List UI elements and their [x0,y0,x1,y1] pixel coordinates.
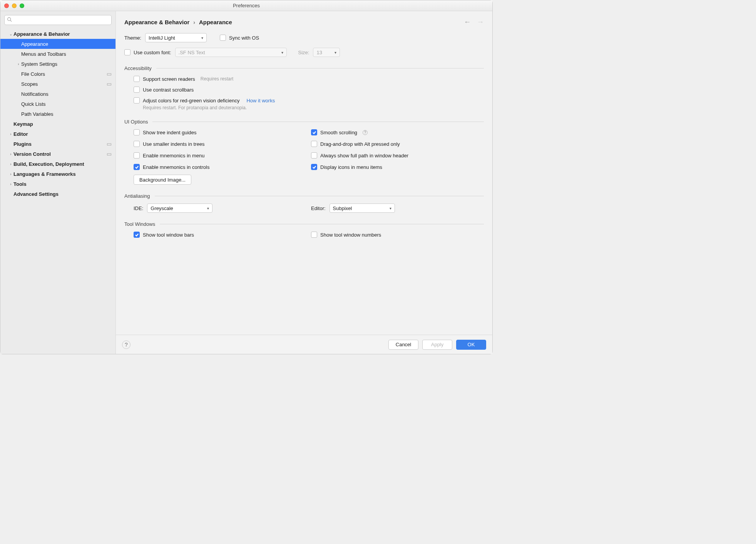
close-window-button[interactable] [4,3,9,8]
sidebar-item[interactable]: Keymap [0,119,115,129]
sidebar-item[interactable]: ›Languages & Frameworks [0,169,115,179]
label: Show tree indent guides [143,130,196,135]
sidebar-item[interactable]: ›Editor [0,129,115,139]
sidebar-item-label: Languages & Frameworks [13,171,76,177]
custom-font-size-select[interactable]: 13 ▾ [313,48,340,57]
sidebar-item[interactable]: Appearance [0,39,115,49]
chevron-right-icon: › [8,162,13,166]
theme-label: Theme: [124,35,141,41]
label: Smooth scrolling [320,130,357,135]
help-button[interactable]: ? [122,340,130,349]
adjust-colors-hint: Requires restart. For protanopia and deu… [143,105,484,110]
minimize-window-button[interactable] [12,3,17,8]
settings-tree: ⌄Appearance & BehaviorAppearanceMenus an… [0,28,115,354]
sidebar-item[interactable]: Scopes▭ [0,79,115,89]
theme-value: IntelliJ Light [149,35,175,41]
sidebar-item[interactable]: Advanced Settings [0,189,115,199]
editor-aa-select[interactable]: Subpixel ▾ [329,204,395,213]
icons-in-menu-checkbox[interactable]: Display icons in menu items [311,164,484,170]
sidebar-item-label: Keymap [13,121,33,127]
label: Background Image... [139,177,186,183]
tree-indent-guides-checkbox[interactable]: Show tree indent guides [134,129,306,135]
sidebar-item-label: Menus and Toolbars [21,51,66,57]
sidebar-item[interactable]: ›Version Control▭ [0,149,115,159]
sidebar-item-label: System Settings [21,61,57,67]
sidebar-item[interactable]: Plugins▭ [0,139,115,149]
chevron-down-icon: ▾ [390,206,391,210]
dnd-alt-checkbox[interactable]: Drag-and-drop with Alt pressed only [311,141,484,147]
sidebar-item[interactable]: ›System Settings [0,59,115,69]
contrast-scrollbars-checkbox[interactable]: Use contrast scrollbars [134,87,484,93]
ide-aa-label: IDE: [134,205,143,211]
show-tool-window-bars-checkbox[interactable]: Show tool window bars [134,232,306,238]
sidebar-item[interactable]: Notifications [0,89,115,99]
sidebar-item[interactable]: Quick Lists [0,99,115,109]
sidebar-item-label: File Colors [21,71,45,77]
cancel-button[interactable]: Cancel [388,340,418,350]
project-scope-icon: ▭ [107,151,112,157]
project-scope-icon: ▭ [107,81,112,87]
support-screen-readers-checkbox[interactable]: Support screen readers [134,76,195,82]
label: Always show full path in window header [320,153,408,159]
breadcrumb-parent[interactable]: Appearance & Behavior [124,19,189,25]
footer: ? Cancel Apply OK [116,335,492,354]
full-path-checkbox[interactable]: Always show full path in window header [311,152,484,159]
help-icon[interactable]: ? [363,130,368,135]
breadcrumb: Appearance & Behavior › Appearance ← → [124,18,484,26]
window-title: Preferences [0,3,492,8]
ide-aa-select[interactable]: Greyscale ▾ [147,204,212,213]
project-scope-icon: ▭ [107,71,112,77]
apply-button[interactable]: Apply [422,340,452,350]
label: Display icons in menu items [320,164,382,170]
chevron-right-icon: › [8,172,13,176]
sidebar-item[interactable]: ›Tools [0,179,115,189]
chevron-down-icon: ▾ [201,36,203,40]
label: Apply [431,342,444,347]
adjust-colors-label: Adjust colors for red-green vision defic… [143,98,239,103]
background-image-button[interactable]: Background Image... [134,175,191,185]
nav-back-button[interactable]: ← [464,18,471,26]
label: Cancel [396,342,411,347]
smaller-indents-checkbox[interactable]: Use smaller indents in trees [134,141,306,147]
sidebar-item-label: Build, Execution, Deployment [13,161,84,167]
chevron-down-icon: ▾ [281,50,283,55]
antialiasing-title: Antialiasing [124,193,150,199]
use-custom-font-checkbox[interactable]: Use custom font: [124,49,171,55]
search-input-container[interactable] [4,15,112,25]
divider [156,68,484,68]
sidebar-item[interactable]: ⌄Appearance & Behavior [0,29,115,39]
body: ⌄Appearance & BehaviorAppearanceMenus an… [0,11,492,354]
sidebar-item-label: Plugins [13,141,32,147]
ide-aa-value: Greyscale [151,205,173,211]
label: Show tool window bars [143,232,194,238]
sidebar-item[interactable]: File Colors▭ [0,69,115,79]
smooth-scrolling-checkbox[interactable]: Smooth scrolling ? [311,129,484,135]
sidebar-item-label: Tools [13,181,27,187]
nav-forward-button[interactable]: → [477,18,484,26]
ok-button[interactable]: OK [456,340,486,350]
sidebar-item[interactable]: Menus and Toolbars [0,49,115,59]
label: Drag-and-drop with Alt pressed only [320,141,400,147]
sidebar-item[interactable]: Path Variables [0,109,115,119]
mnemonics-controls-checkbox[interactable]: Enable mnemonics in controls [134,164,306,170]
main-panel: Appearance & Behavior › Appearance ← → T… [116,11,492,354]
divider [155,196,484,196]
zoom-window-button[interactable] [20,3,24,8]
sync-with-os-checkbox[interactable]: Sync with OS [220,35,259,41]
adjust-colors-checkbox[interactable]: Adjust colors for red-green vision defic… [134,97,239,103]
sidebar-item[interactable]: ›Build, Execution, Deployment [0,159,115,169]
show-tool-window-numbers-checkbox[interactable]: Show tool window numbers [311,232,484,238]
custom-font-select[interactable]: .SF NS Text ▾ [175,48,287,57]
sidebar-item-label: Scopes [21,81,38,87]
sidebar-item-label: Advanced Settings [13,191,59,197]
sidebar-item-label: Appearance & Behavior [13,31,70,37]
theme-select[interactable]: IntelliJ Light ▾ [145,33,207,42]
chevron-right-icon: › [193,19,195,25]
tool-windows-title: Tool Windows [124,221,155,227]
how-it-works-link[interactable]: How it works [246,98,275,103]
sidebar-item-label: Version Control [13,151,51,157]
mnemonics-menu-checkbox[interactable]: Enable mnemonics in menu [134,152,306,159]
sidebar-item-label: Editor [13,131,28,137]
search-input[interactable] [13,17,109,23]
project-scope-icon: ▭ [107,141,112,147]
